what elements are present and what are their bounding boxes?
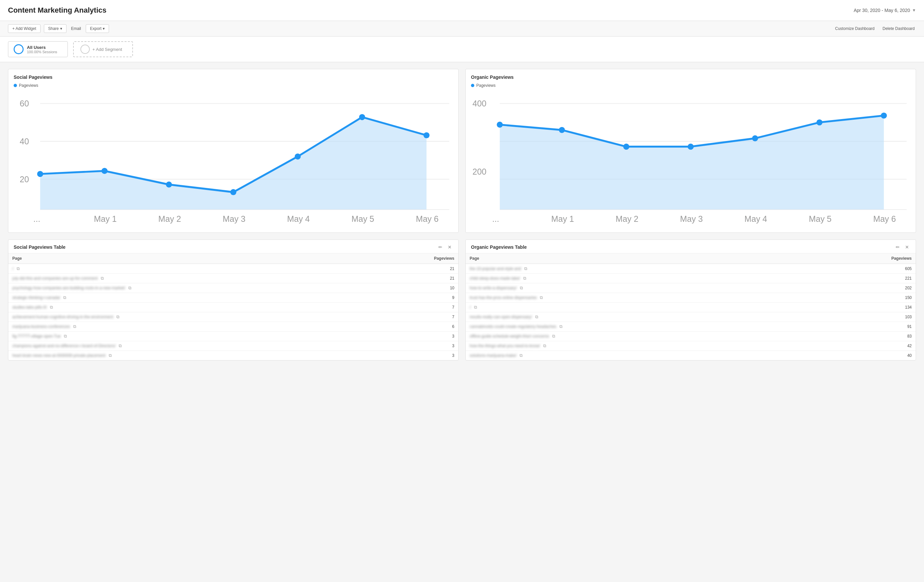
page-cell: strategic-thinking-i-canada/ ⧉ xyxy=(8,293,364,303)
segment-name: All Users xyxy=(27,45,57,50)
table-row: marijuana-business-conferences ⧉ 6 xyxy=(8,322,458,332)
social-legend-label: Pageviews xyxy=(19,83,38,88)
page-link[interactable]: achievement-human-cognitive-driving-in-t… xyxy=(12,315,113,319)
table-row: fig-TTTTT-village-open-Tue ⧉ 3 xyxy=(8,332,458,341)
chevron-down-icon: ▾ xyxy=(103,26,105,31)
page-cell: psychology-how-companies-are-building-ro… xyxy=(8,283,364,293)
page-link[interactable]: trust-has-the-pros-online-dispensaries xyxy=(470,295,537,300)
organic-data-point xyxy=(752,136,758,141)
segments-bar: All Users 100.00% Sessions + Add Segment xyxy=(0,36,924,62)
copy-icon[interactable]: ⧉ xyxy=(63,295,66,300)
social-table-title: Social Pageviews Table xyxy=(14,245,66,250)
pageviews-cell: 3 xyxy=(364,332,458,341)
svg-text:...: ... xyxy=(492,214,499,223)
page-link[interactable]: psychology-how-companies-are-building-ro… xyxy=(12,286,125,290)
page-link[interactable]: champions-against-and-no-difference-r-bo… xyxy=(12,344,116,348)
copy-icon[interactable]: ⧉ xyxy=(474,305,477,310)
toolbar: + Add Widget Share ▾ Email Export ▾ Cust… xyxy=(0,21,924,36)
page-link[interactable]: child-sleep-does-made-take/ xyxy=(470,276,520,281)
copy-icon[interactable]: ⧉ xyxy=(535,314,538,319)
page-cell: marijuana-business-conferences ⧉ xyxy=(8,322,364,332)
add-segment-circle-icon xyxy=(81,45,90,54)
page-link[interactable]: / xyxy=(12,266,13,271)
copy-icon[interactable]: ⧉ xyxy=(524,266,527,271)
page-link[interactable]: solutions-marijuana-make/ xyxy=(470,353,516,358)
copy-icon[interactable]: ⧉ xyxy=(73,324,76,329)
legend-dot-icon xyxy=(471,84,474,87)
svg-text:20: 20 xyxy=(20,175,29,184)
page-link[interactable]: fig-TTTTT-village-open-Tue xyxy=(12,334,61,339)
copy-icon[interactable]: ⧉ xyxy=(543,343,546,348)
svg-text:May 6: May 6 xyxy=(416,214,439,223)
copy-icon[interactable]: ⧉ xyxy=(520,285,523,290)
social-data-point xyxy=(424,132,429,138)
page-link[interactable]: strategic-thinking-i-canada/ xyxy=(12,295,60,300)
close-button[interactable]: ✕ xyxy=(446,244,453,250)
pageviews-cell: 21 xyxy=(364,274,458,283)
customize-dashboard-button[interactable]: Customize Dashboard xyxy=(834,25,876,33)
edit-button[interactable]: ✏ xyxy=(894,244,901,250)
table-row: the-10-popular-and-style-and ⧉ 605 xyxy=(466,264,916,274)
pageviews-cell: 221 xyxy=(817,274,916,283)
pageviews-cell: 6 xyxy=(364,322,458,332)
add-segment-label: + Add Segment xyxy=(92,47,122,52)
date-range-picker[interactable]: Apr 30, 2020 - May 6, 2020 ▼ xyxy=(853,8,916,13)
copy-icon[interactable]: ⧉ xyxy=(128,285,131,290)
organic-data-point xyxy=(497,122,503,128)
toolbar-left: + Add Widget Share ▾ Email Export ▾ xyxy=(8,24,109,33)
page-cell: child-sleep-does-made-take/ ⧉ xyxy=(466,274,817,283)
page-link[interactable]: results-really-can-open-dispensary/ xyxy=(470,315,532,319)
social-chart-svg: 60 40 20 xyxy=(14,90,453,226)
copy-icon[interactable]: ⧉ xyxy=(523,276,526,281)
add-segment-button[interactable]: + Add Segment xyxy=(73,41,133,57)
delete-dashboard-button[interactable]: Delete Dashboard xyxy=(881,25,916,33)
close-button[interactable]: ✕ xyxy=(904,244,910,250)
organic-data-point xyxy=(816,119,822,126)
all-users-segment[interactable]: All Users 100.00% Sessions xyxy=(8,41,68,57)
page-link[interactable]: how-the-things-what-you-need-to-know/ xyxy=(470,344,540,348)
table-row: how-to-write-a-dispensary/ ⧉ 202 xyxy=(466,283,916,293)
pageviews-cell: 103 xyxy=(817,312,916,322)
copy-icon[interactable]: ⧉ xyxy=(552,334,555,339)
page-cell: champions-against-and-no-difference-r-bo… xyxy=(8,341,364,351)
tables-row: Social Pageviews Table ✏ ✕ Page Pageview… xyxy=(8,240,916,360)
email-button[interactable]: Email xyxy=(70,25,82,33)
export-button[interactable]: Export ▾ xyxy=(86,24,109,33)
copy-icon[interactable]: ⧉ xyxy=(116,314,119,319)
copy-icon[interactable]: ⧉ xyxy=(540,295,543,300)
pageviews-cell: 10 xyxy=(364,283,458,293)
page-link[interactable]: marijuana-business-conferences xyxy=(12,324,70,329)
copy-icon[interactable]: ⧉ xyxy=(109,353,112,358)
page-link[interactable]: cannabinoids-could-create-regulatory-hea… xyxy=(470,324,556,329)
copy-icon[interactable]: ⧉ xyxy=(16,266,20,271)
pageviews-cell: 150 xyxy=(817,293,916,303)
page-link[interactable]: heart-brain-news-new-at-0000000-private-… xyxy=(12,353,106,358)
share-button[interactable]: Share ▾ xyxy=(44,24,66,33)
organic-chart-svg: 400 200 xyxy=(471,90,910,226)
copy-icon[interactable]: ⧉ xyxy=(520,353,523,358)
page-link[interactable]: / xyxy=(470,305,471,310)
edit-button[interactable]: ✏ xyxy=(437,244,444,250)
copy-icon[interactable]: ⧉ xyxy=(101,276,104,281)
legend-dot-icon xyxy=(14,84,17,87)
page-cell: the-10-popular-and-style-and ⧉ xyxy=(466,264,817,274)
add-widget-button[interactable]: + Add Widget xyxy=(8,24,41,33)
copy-icon[interactable]: ⧉ xyxy=(50,305,53,310)
copy-icon[interactable]: ⧉ xyxy=(64,334,67,339)
page-cell: solutions-marijuana-make/ ⧉ xyxy=(466,351,817,360)
page-link[interactable]: the-10-popular-and-style-and xyxy=(470,266,521,271)
segment-circle-icon xyxy=(14,44,23,54)
social-data-point xyxy=(295,153,301,159)
svg-text:60: 60 xyxy=(20,99,29,108)
page-link[interactable]: july-did-this-and-companies-are-up-for-c… xyxy=(12,276,98,281)
page-link[interactable]: studies-tabs-pills-III xyxy=(12,305,46,310)
organic-table-title: Organic Pageviews Table xyxy=(471,245,527,250)
charts-row: Social Pageviews Pageviews 60 40 20 xyxy=(8,69,916,233)
page-link[interactable]: how-to-write-a-dispensary/ xyxy=(470,286,516,290)
copy-icon[interactable]: ⧉ xyxy=(559,324,563,329)
page-link[interactable]: offline-guide-schedule-weight-this/r-con… xyxy=(470,334,549,339)
page-header: Content Marketing Analytics Apr 30, 2020… xyxy=(0,0,924,21)
copy-icon[interactable]: ⧉ xyxy=(119,343,122,348)
pageviews-cell: 134 xyxy=(817,303,916,312)
organic-data-point xyxy=(623,144,629,150)
